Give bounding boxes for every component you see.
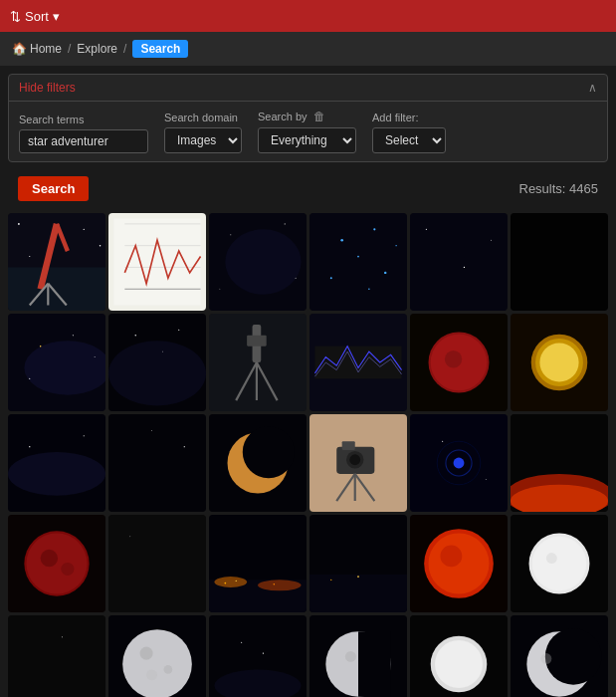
svg-rect-75 bbox=[342, 441, 355, 450]
svg-point-111 bbox=[440, 545, 462, 567]
grid-item-24[interactable] bbox=[511, 515, 608, 612]
svg-rect-1 bbox=[8, 267, 105, 311]
grid-item-15[interactable] bbox=[209, 414, 307, 512]
filter-panel: Hide filters ∧ Search terms Search domai… bbox=[8, 74, 608, 162]
grid-item-17[interactable] bbox=[410, 414, 508, 512]
grid-item-28[interactable] bbox=[309, 615, 407, 697]
search-terms-input[interactable] bbox=[19, 129, 148, 153]
svg-point-65 bbox=[29, 446, 30, 447]
filter-header: Hide filters ∧ bbox=[9, 75, 607, 102]
sort-button[interactable]: ⇅ Sort ▾ bbox=[10, 9, 60, 24]
grid-item-19[interactable] bbox=[8, 515, 105, 612]
svg-point-102 bbox=[236, 581, 237, 581]
svg-point-29 bbox=[368, 288, 370, 290]
breadcrumb-sep-1: / bbox=[68, 42, 71, 56]
svg-point-45 bbox=[178, 330, 179, 331]
search-by-group: Search by 🗑 Everything Title Description bbox=[258, 110, 356, 153]
svg-point-19 bbox=[230, 234, 231, 235]
svg-point-38 bbox=[40, 346, 42, 348]
svg-point-64 bbox=[8, 452, 105, 496]
grid-item-30[interactable] bbox=[511, 615, 608, 697]
svg-point-115 bbox=[546, 553, 557, 564]
svg-point-21 bbox=[296, 278, 297, 279]
sort-icon: ⇅ bbox=[10, 9, 21, 24]
grid-item-23[interactable] bbox=[410, 515, 508, 612]
grid-item-13[interactable] bbox=[8, 414, 105, 512]
svg-point-25 bbox=[373, 228, 375, 230]
grid-item-27[interactable] bbox=[209, 615, 307, 697]
clear-icon[interactable]: 🗑 bbox=[313, 110, 325, 123]
svg-point-77 bbox=[349, 454, 360, 465]
breadcrumb-explore[interactable]: Explore bbox=[77, 42, 117, 56]
svg-point-130 bbox=[345, 651, 356, 662]
add-filter-label: Add filter: bbox=[372, 112, 446, 123]
svg-point-39 bbox=[73, 335, 74, 336]
grid-item-29[interactable] bbox=[410, 615, 508, 697]
svg-point-101 bbox=[224, 582, 226, 584]
svg-point-125 bbox=[241, 642, 242, 643]
search-button[interactable]: Search bbox=[18, 176, 89, 201]
breadcrumb-bar: 🏠 Home / Explore / Search bbox=[0, 32, 616, 66]
grid-item-11[interactable] bbox=[410, 314, 508, 411]
grid-item-10[interactable] bbox=[309, 314, 407, 411]
svg-point-24 bbox=[340, 239, 343, 242]
svg-point-68 bbox=[151, 430, 152, 431]
grid-item-12[interactable] bbox=[511, 314, 608, 411]
svg-point-103 bbox=[274, 583, 276, 585]
grid-item-21[interactable] bbox=[209, 515, 307, 612]
breadcrumb-search: Search bbox=[132, 40, 188, 58]
svg-point-66 bbox=[84, 435, 85, 436]
svg-point-100 bbox=[258, 580, 302, 590]
search-terms-group: Search terms bbox=[19, 114, 148, 153]
sort-label: Sort bbox=[25, 9, 49, 24]
grid-item-3[interactable] bbox=[209, 213, 307, 311]
grid-item-4[interactable] bbox=[309, 213, 407, 311]
grid-item-1[interactable] bbox=[8, 213, 105, 311]
breadcrumb-home[interactable]: 🏠 Home bbox=[12, 42, 62, 56]
grid-item-6[interactable] bbox=[511, 213, 608, 311]
add-filter-select[interactable]: Select Date Author bbox=[372, 127, 446, 153]
svg-point-96 bbox=[129, 536, 130, 537]
grid-item-7[interactable] bbox=[8, 314, 105, 411]
search-domain-select[interactable]: Images Videos All bbox=[164, 127, 242, 153]
grid-item-26[interactable] bbox=[108, 615, 206, 697]
search-terms-label: Search terms bbox=[19, 114, 148, 125]
grid-item-16[interactable] bbox=[309, 414, 407, 512]
svg-rect-95 bbox=[108, 515, 206, 612]
svg-point-27 bbox=[384, 272, 386, 274]
svg-point-20 bbox=[285, 223, 286, 224]
grid-item-14[interactable] bbox=[108, 414, 206, 512]
svg-point-137 bbox=[540, 653, 551, 664]
search-by-select[interactable]: Everything Title Description bbox=[258, 127, 356, 153]
grid-item-20[interactable] bbox=[108, 515, 206, 612]
grid-item-18[interactable] bbox=[511, 414, 608, 512]
svg-point-32 bbox=[426, 229, 427, 230]
svg-point-136 bbox=[545, 628, 602, 685]
search-by-label: Search by bbox=[258, 111, 308, 122]
svg-point-93 bbox=[41, 550, 58, 567]
grid-item-25[interactable] bbox=[8, 615, 105, 697]
svg-point-43 bbox=[108, 341, 206, 405]
svg-point-26 bbox=[357, 256, 359, 258]
svg-point-8 bbox=[84, 229, 85, 230]
svg-point-10 bbox=[29, 256, 30, 257]
hide-filters-button[interactable]: Hide filters bbox=[19, 81, 76, 95]
svg-point-85 bbox=[442, 441, 443, 442]
grid-item-8[interactable] bbox=[108, 314, 206, 411]
svg-point-58 bbox=[445, 350, 462, 367]
chevron-up-icon[interactable]: ∧ bbox=[588, 81, 597, 95]
svg-point-40 bbox=[95, 356, 96, 357]
svg-point-122 bbox=[146, 669, 157, 680]
grid-item-2[interactable] bbox=[108, 213, 206, 311]
svg-point-30 bbox=[395, 245, 396, 246]
grid-item-5[interactable] bbox=[410, 213, 508, 311]
grid-item-22[interactable] bbox=[309, 515, 407, 612]
grid-item-9[interactable] bbox=[209, 314, 307, 411]
search-domain-group: Search domain Images Videos All bbox=[164, 112, 242, 153]
svg-rect-35 bbox=[511, 213, 608, 311]
image-grid bbox=[0, 213, 616, 697]
svg-point-44 bbox=[135, 335, 136, 336]
svg-point-124 bbox=[263, 652, 264, 653]
svg-point-41 bbox=[29, 378, 30, 379]
svg-point-117 bbox=[62, 636, 63, 637]
